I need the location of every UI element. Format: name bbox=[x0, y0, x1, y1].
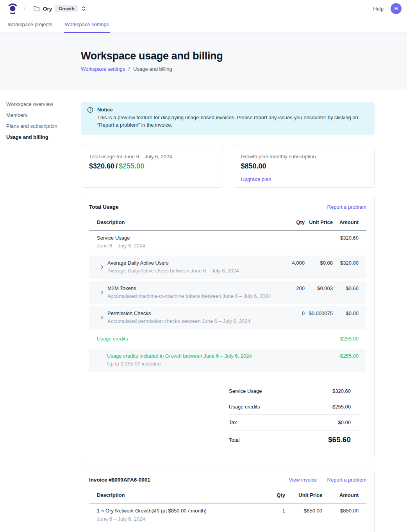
row-period: June 6 – July 6, 2024 bbox=[97, 243, 281, 249]
chevron-right-icon[interactable] bbox=[100, 315, 104, 320]
breadcrumb-current: Usage and billing bbox=[133, 66, 172, 72]
usage-used-amount: $320.60 bbox=[89, 162, 114, 170]
sidebar-item-plans-subscription[interactable]: Plans and subscription bbox=[6, 124, 81, 129]
totals-row-service-usage: Service Usage $320.60 bbox=[229, 383, 359, 399]
row-amount: $320.00 bbox=[333, 260, 359, 266]
row-description: Average Daily Active Users between June … bbox=[107, 268, 281, 274]
page: / Ory Growth Help H bbox=[0, 0, 407, 532]
chevron-right-icon[interactable] bbox=[100, 290, 104, 295]
chevron-right-icon[interactable] bbox=[100, 265, 104, 269]
breadcrumb-settings-link[interactable]: Workspace settings bbox=[81, 66, 125, 72]
usage-table-header: Description Qty Unit Price Amount bbox=[89, 217, 366, 231]
row-name: M2M Tokens bbox=[107, 285, 281, 292]
table-row-permission-checks[interactable]: Permission Checks Accumulated permission… bbox=[89, 306, 366, 330]
usage-totals: Service Usage $320.60 Usage credits -$25… bbox=[229, 383, 359, 449]
hero: Workspace usage and billing Workspace se… bbox=[0, 33, 407, 90]
row-amount: $320.60 bbox=[333, 235, 359, 241]
row-name: Average Daily Active Users bbox=[107, 260, 281, 266]
notice-banner: Notice This is a preview feature for dis… bbox=[81, 102, 375, 135]
col-header-amount: Amount bbox=[322, 492, 359, 498]
workspace-switcher[interactable]: Ory Growth bbox=[33, 5, 87, 12]
totals-row-tax: Tax $0.00 bbox=[229, 415, 359, 430]
row-period: June 6 – July 6, 2024 bbox=[97, 516, 262, 522]
row-name: 1 × Ory Network Growth@0 (at $850.00 / m… bbox=[97, 508, 262, 514]
totals-label: Service Usage bbox=[229, 388, 262, 394]
invoice-table-header: Description Qty Unit Price Amount bbox=[89, 490, 366, 503]
plan-summary-card: Growth plan monthly subscription $850.00… bbox=[233, 145, 375, 188]
total-usage-summary-card: Total usage for June 6 – July 6, 2024 $3… bbox=[81, 145, 223, 188]
totals-value: $320.60 bbox=[332, 388, 351, 394]
col-header-unit-price: Unit Price bbox=[285, 492, 322, 498]
table-row-usage-credits-included: Usage credits included in Growth between… bbox=[89, 349, 366, 372]
notice-text: This is a preview feature for displaying… bbox=[97, 114, 368, 129]
row-qty: 1 bbox=[262, 508, 285, 514]
col-header-description: Description bbox=[97, 219, 281, 225]
info-icon bbox=[87, 107, 93, 129]
usage-card-label: Total usage for June 6 – July 6, 2024 bbox=[89, 154, 215, 159]
total-usage-card: Total Usage Report a problem Description… bbox=[81, 196, 375, 460]
row-name: Usage credits included in Growth between… bbox=[107, 353, 281, 359]
upgrade-plan-link[interactable]: Upgrade plan bbox=[241, 176, 271, 182]
row-qty: 4,000 bbox=[281, 260, 305, 266]
table-row-service-usage: Service Usage June 6 – July 6, 2024 $320… bbox=[89, 231, 366, 254]
topbar: / Ory Growth Help H bbox=[0, 0, 407, 17]
breadcrumb: Workspace settings / Usage and billing bbox=[81, 66, 407, 72]
row-unit-price: $850.00 bbox=[285, 508, 322, 514]
plan-badge: Growth bbox=[55, 5, 78, 12]
table-row-invoice-line: 1 × Ory Network Growth@0 (at $850.00 / m… bbox=[89, 503, 366, 527]
usage-credit-amount: $255.00 bbox=[119, 162, 144, 170]
totals-label: Total bbox=[229, 437, 239, 443]
avatar[interactable]: H bbox=[391, 3, 402, 14]
row-description: Up to $ 255.00 included bbox=[107, 361, 281, 367]
row-name: Usage credits bbox=[97, 336, 281, 342]
tab-workspace-projects[interactable]: Workspace projects bbox=[7, 17, 53, 33]
totals-value: $0.00 bbox=[338, 419, 351, 425]
col-header-description: Description bbox=[97, 492, 262, 498]
row-qty: 200 bbox=[281, 285, 305, 291]
row-unit-price: $0.003 bbox=[305, 285, 333, 291]
tabbar: Workspace projects Workspace settings bbox=[0, 17, 407, 33]
invoice-table: Description Qty Unit Price Amount 1 × Or… bbox=[89, 490, 366, 527]
page-title: Workspace usage and billing bbox=[81, 50, 407, 62]
help-link[interactable]: Help bbox=[373, 6, 384, 12]
invoice-card: Invoice #8099AFA6-0001 View invoice Repo… bbox=[81, 469, 375, 532]
row-name: Permission Checks bbox=[107, 310, 281, 317]
usage-card-value: $320.60/$255.00 bbox=[89, 162, 215, 170]
row-unit-price: $0.000075 bbox=[305, 310, 333, 316]
col-header-unit-price: Unit Price bbox=[305, 219, 333, 225]
usage-table-title: Total Usage bbox=[89, 204, 119, 210]
row-description: Accumulated permission checks between Ju… bbox=[107, 318, 281, 324]
main-content: Notice This is a preview feature for dis… bbox=[81, 102, 375, 532]
sidebar-item-workspace-overview[interactable]: Workspace overview bbox=[6, 102, 81, 107]
row-amount: -$255.00 bbox=[333, 336, 359, 342]
col-header-qty: Qty bbox=[262, 492, 285, 498]
plan-card-amount: $850.00 bbox=[241, 162, 367, 170]
notice-title: Notice bbox=[97, 107, 368, 113]
table-row-usage-credits: Usage credits -$255.00 bbox=[89, 331, 366, 347]
col-header-qty: Qty bbox=[281, 219, 305, 225]
ory-logo-icon[interactable] bbox=[8, 3, 18, 14]
sidebar-item-members[interactable]: Members bbox=[6, 113, 81, 118]
table-row-m2m-tokens[interactable]: M2M Tokens Accumulated machine-to-machin… bbox=[89, 281, 366, 305]
row-amount: $0.00 bbox=[333, 310, 359, 316]
table-row-average-daily-active-users[interactable]: Average Daily Active Users Average Daily… bbox=[89, 256, 366, 279]
settings-sidebar: Workspace overview Members Plans and sub… bbox=[0, 102, 81, 532]
view-invoice-link[interactable]: View invoice bbox=[289, 477, 317, 483]
totals-label: Usage credits bbox=[229, 404, 260, 410]
totals-row-usage-credits: Usage credits -$255.00 bbox=[229, 399, 359, 415]
breadcrumb-slash: / bbox=[24, 5, 25, 12]
invoice-title: Invoice #8099AFA6-0001 bbox=[89, 477, 150, 483]
row-unit-price: $0.08 bbox=[305, 260, 333, 266]
col-header-amount: Amount bbox=[333, 219, 359, 225]
selector-chevrons-icon[interactable] bbox=[81, 5, 86, 12]
totals-label: Tax bbox=[229, 419, 237, 425]
report-problem-link-invoice[interactable]: Report a problem bbox=[327, 477, 366, 483]
report-problem-link-usage[interactable]: Report a problem bbox=[327, 204, 366, 210]
workspace-name: Ory bbox=[43, 6, 52, 12]
tab-workspace-settings[interactable]: Workspace settings bbox=[64, 17, 110, 33]
sidebar-item-usage-billing[interactable]: Usage and billing bbox=[6, 134, 81, 140]
totals-value: -$255.00 bbox=[331, 404, 351, 410]
breadcrumb-separator: / bbox=[129, 66, 130, 72]
folder-icon bbox=[33, 5, 40, 12]
usage-table: Description Qty Unit Price Amount Servic… bbox=[89, 217, 366, 372]
